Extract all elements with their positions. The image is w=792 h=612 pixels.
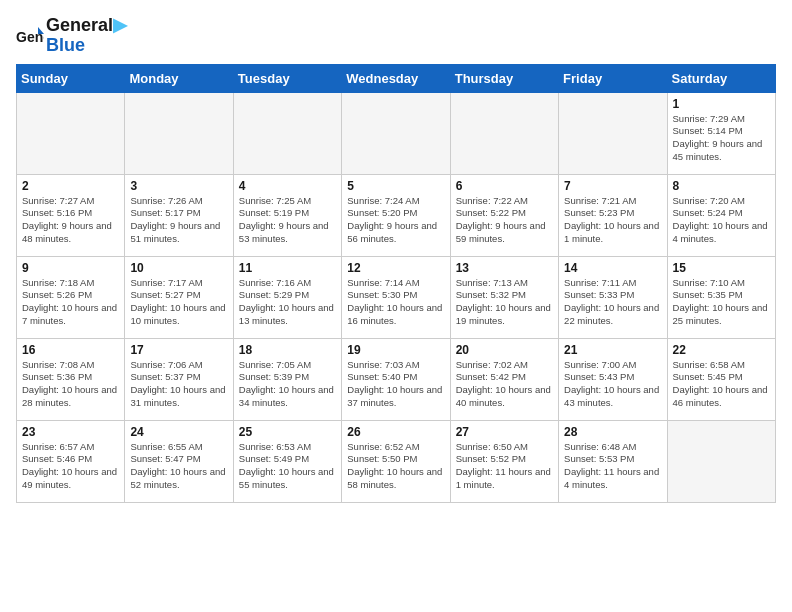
weekday-header-tuesday: Tuesday	[233, 64, 341, 92]
day-number: 17	[130, 343, 227, 357]
day-info: Sunrise: 7:25 AM Sunset: 5:19 PM Dayligh…	[239, 195, 336, 246]
day-number: 22	[673, 343, 770, 357]
calendar-cell: 26Sunrise: 6:52 AM Sunset: 5:50 PM Dayli…	[342, 420, 450, 502]
logo-line1: General▶	[46, 16, 127, 36]
weekday-header-monday: Monday	[125, 64, 233, 92]
calendar-week-1: 1Sunrise: 7:29 AM Sunset: 5:14 PM Daylig…	[17, 92, 776, 174]
calendar-cell: 21Sunrise: 7:00 AM Sunset: 5:43 PM Dayli…	[559, 338, 667, 420]
calendar-cell: 15Sunrise: 7:10 AM Sunset: 5:35 PM Dayli…	[667, 256, 775, 338]
day-info: Sunrise: 6:57 AM Sunset: 5:46 PM Dayligh…	[22, 441, 119, 492]
calendar-cell: 24Sunrise: 6:55 AM Sunset: 5:47 PM Dayli…	[125, 420, 233, 502]
calendar-cell: 28Sunrise: 6:48 AM Sunset: 5:53 PM Dayli…	[559, 420, 667, 502]
day-info: Sunrise: 7:10 AM Sunset: 5:35 PM Dayligh…	[673, 277, 770, 328]
day-number: 1	[673, 97, 770, 111]
day-info: Sunrise: 7:13 AM Sunset: 5:32 PM Dayligh…	[456, 277, 553, 328]
day-number: 15	[673, 261, 770, 275]
day-number: 12	[347, 261, 444, 275]
weekday-header-wednesday: Wednesday	[342, 64, 450, 92]
logo-line2: Blue	[46, 36, 127, 56]
day-info: Sunrise: 7:22 AM Sunset: 5:22 PM Dayligh…	[456, 195, 553, 246]
calendar-cell: 4Sunrise: 7:25 AM Sunset: 5:19 PM Daylig…	[233, 174, 341, 256]
logo: Gene General▶ Blue	[16, 16, 127, 56]
day-number: 7	[564, 179, 661, 193]
calendar-cell: 11Sunrise: 7:16 AM Sunset: 5:29 PM Dayli…	[233, 256, 341, 338]
day-info: Sunrise: 7:11 AM Sunset: 5:33 PM Dayligh…	[564, 277, 661, 328]
calendar-table: SundayMondayTuesdayWednesdayThursdayFrid…	[16, 64, 776, 503]
day-number: 8	[673, 179, 770, 193]
day-info: Sunrise: 7:20 AM Sunset: 5:24 PM Dayligh…	[673, 195, 770, 246]
day-number: 10	[130, 261, 227, 275]
day-number: 2	[22, 179, 119, 193]
day-info: Sunrise: 7:26 AM Sunset: 5:17 PM Dayligh…	[130, 195, 227, 246]
day-number: 27	[456, 425, 553, 439]
day-info: Sunrise: 7:16 AM Sunset: 5:29 PM Dayligh…	[239, 277, 336, 328]
day-number: 25	[239, 425, 336, 439]
weekday-header-saturday: Saturday	[667, 64, 775, 92]
day-number: 14	[564, 261, 661, 275]
calendar-cell: 13Sunrise: 7:13 AM Sunset: 5:32 PM Dayli…	[450, 256, 558, 338]
calendar-cell: 2Sunrise: 7:27 AM Sunset: 5:16 PM Daylig…	[17, 174, 125, 256]
calendar-cell: 20Sunrise: 7:02 AM Sunset: 5:42 PM Dayli…	[450, 338, 558, 420]
calendar-cell	[233, 92, 341, 174]
calendar-cell: 7Sunrise: 7:21 AM Sunset: 5:23 PM Daylig…	[559, 174, 667, 256]
day-info: Sunrise: 7:17 AM Sunset: 5:27 PM Dayligh…	[130, 277, 227, 328]
calendar-cell: 10Sunrise: 7:17 AM Sunset: 5:27 PM Dayli…	[125, 256, 233, 338]
day-number: 23	[22, 425, 119, 439]
weekday-header-friday: Friday	[559, 64, 667, 92]
calendar-cell: 12Sunrise: 7:14 AM Sunset: 5:30 PM Dayli…	[342, 256, 450, 338]
day-number: 6	[456, 179, 553, 193]
day-info: Sunrise: 7:06 AM Sunset: 5:37 PM Dayligh…	[130, 359, 227, 410]
day-number: 26	[347, 425, 444, 439]
day-info: Sunrise: 7:14 AM Sunset: 5:30 PM Dayligh…	[347, 277, 444, 328]
day-number: 19	[347, 343, 444, 357]
calendar-week-4: 16Sunrise: 7:08 AM Sunset: 5:36 PM Dayli…	[17, 338, 776, 420]
weekday-header-row: SundayMondayTuesdayWednesdayThursdayFrid…	[17, 64, 776, 92]
calendar-cell: 23Sunrise: 6:57 AM Sunset: 5:46 PM Dayli…	[17, 420, 125, 502]
calendar-cell: 8Sunrise: 7:20 AM Sunset: 5:24 PM Daylig…	[667, 174, 775, 256]
calendar-cell: 19Sunrise: 7:03 AM Sunset: 5:40 PM Dayli…	[342, 338, 450, 420]
day-number: 5	[347, 179, 444, 193]
day-info: Sunrise: 7:21 AM Sunset: 5:23 PM Dayligh…	[564, 195, 661, 246]
weekday-header-thursday: Thursday	[450, 64, 558, 92]
calendar-cell: 27Sunrise: 6:50 AM Sunset: 5:52 PM Dayli…	[450, 420, 558, 502]
day-number: 13	[456, 261, 553, 275]
day-number: 28	[564, 425, 661, 439]
day-info: Sunrise: 7:18 AM Sunset: 5:26 PM Dayligh…	[22, 277, 119, 328]
calendar-cell	[125, 92, 233, 174]
calendar-cell: 9Sunrise: 7:18 AM Sunset: 5:26 PM Daylig…	[17, 256, 125, 338]
calendar-week-2: 2Sunrise: 7:27 AM Sunset: 5:16 PM Daylig…	[17, 174, 776, 256]
day-info: Sunrise: 6:53 AM Sunset: 5:49 PM Dayligh…	[239, 441, 336, 492]
logo-icon: Gene	[16, 22, 44, 50]
day-info: Sunrise: 7:27 AM Sunset: 5:16 PM Dayligh…	[22, 195, 119, 246]
calendar-cell: 14Sunrise: 7:11 AM Sunset: 5:33 PM Dayli…	[559, 256, 667, 338]
day-info: Sunrise: 7:24 AM Sunset: 5:20 PM Dayligh…	[347, 195, 444, 246]
header: Gene General▶ Blue	[16, 16, 776, 56]
day-number: 4	[239, 179, 336, 193]
day-number: 21	[564, 343, 661, 357]
day-info: Sunrise: 7:03 AM Sunset: 5:40 PM Dayligh…	[347, 359, 444, 410]
day-info: Sunrise: 7:08 AM Sunset: 5:36 PM Dayligh…	[22, 359, 119, 410]
day-number: 3	[130, 179, 227, 193]
calendar-cell: 16Sunrise: 7:08 AM Sunset: 5:36 PM Dayli…	[17, 338, 125, 420]
calendar-cell: 17Sunrise: 7:06 AM Sunset: 5:37 PM Dayli…	[125, 338, 233, 420]
day-info: Sunrise: 6:52 AM Sunset: 5:50 PM Dayligh…	[347, 441, 444, 492]
day-info: Sunrise: 7:29 AM Sunset: 5:14 PM Dayligh…	[673, 113, 770, 164]
calendar-cell	[667, 420, 775, 502]
calendar-cell	[559, 92, 667, 174]
calendar-cell	[17, 92, 125, 174]
day-number: 20	[456, 343, 553, 357]
calendar-cell	[450, 92, 558, 174]
day-number: 24	[130, 425, 227, 439]
day-info: Sunrise: 7:02 AM Sunset: 5:42 PM Dayligh…	[456, 359, 553, 410]
day-number: 9	[22, 261, 119, 275]
calendar-cell: 6Sunrise: 7:22 AM Sunset: 5:22 PM Daylig…	[450, 174, 558, 256]
calendar-cell: 25Sunrise: 6:53 AM Sunset: 5:49 PM Dayli…	[233, 420, 341, 502]
calendar-cell: 18Sunrise: 7:05 AM Sunset: 5:39 PM Dayli…	[233, 338, 341, 420]
day-info: Sunrise: 6:58 AM Sunset: 5:45 PM Dayligh…	[673, 359, 770, 410]
weekday-header-sunday: Sunday	[17, 64, 125, 92]
day-info: Sunrise: 6:48 AM Sunset: 5:53 PM Dayligh…	[564, 441, 661, 492]
day-info: Sunrise: 7:00 AM Sunset: 5:43 PM Dayligh…	[564, 359, 661, 410]
calendar-week-5: 23Sunrise: 6:57 AM Sunset: 5:46 PM Dayli…	[17, 420, 776, 502]
calendar-cell: 1Sunrise: 7:29 AM Sunset: 5:14 PM Daylig…	[667, 92, 775, 174]
day-info: Sunrise: 6:50 AM Sunset: 5:52 PM Dayligh…	[456, 441, 553, 492]
